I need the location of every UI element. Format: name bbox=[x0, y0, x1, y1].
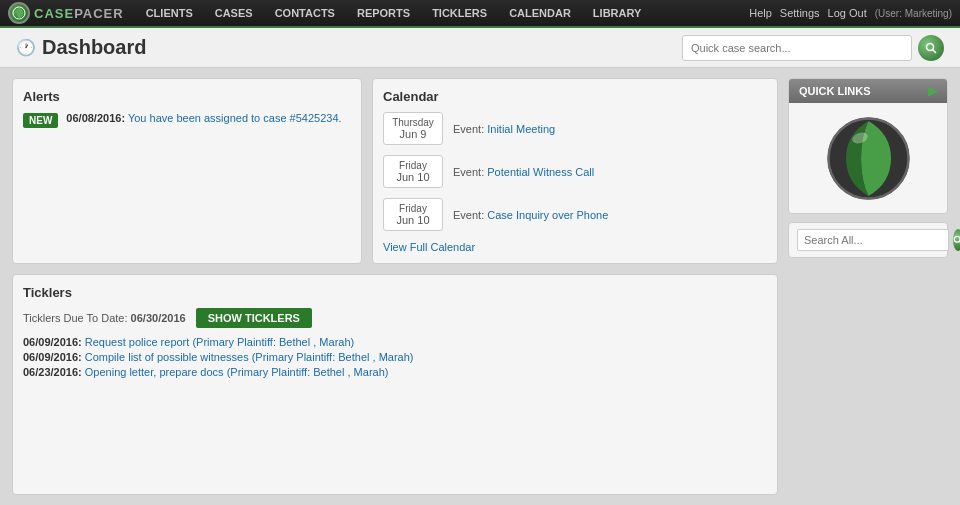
event-name-2[interactable]: Case Inquiry over Phone bbox=[487, 209, 608, 221]
calendar-event-1: Friday Jun 10 Event: Potential Witness C… bbox=[383, 155, 767, 188]
cal-date-2: Friday Jun 10 bbox=[383, 198, 443, 231]
due-date-label: Ticklers Due To Date: 06/30/2016 bbox=[23, 312, 186, 324]
view-full-calendar-link[interactable]: View Full Calendar bbox=[383, 241, 767, 253]
event-label-2: Event: bbox=[453, 209, 484, 221]
tickler-date-2: 06/23/2016: bbox=[23, 366, 82, 378]
sidebar-search-icon bbox=[953, 235, 960, 245]
nav-library[interactable]: LIBRARY bbox=[583, 3, 651, 23]
quick-links-arrow-icon[interactable]: ▶ bbox=[928, 84, 937, 98]
main-nav: CLIENTS CASES CONTACTS REPORTS TICKLERS … bbox=[136, 3, 750, 23]
tickler-header: Ticklers Due To Date: 06/30/2016 SHOW TI… bbox=[23, 308, 767, 328]
cal-event-text-1: Event: Potential Witness Call bbox=[453, 166, 594, 178]
subheader: 🕐 Dashboard bbox=[0, 28, 960, 68]
tickler-item-0: 06/09/2016: Request police report (Prima… bbox=[23, 336, 767, 348]
tickler-desc-0[interactable]: Request police report (Primary Plaintiff… bbox=[85, 336, 354, 348]
calendar-event-0: Thursday Jun 9 Event: Initial Meeting bbox=[383, 112, 767, 145]
quick-search-button[interactable] bbox=[918, 35, 944, 61]
tickler-item-2: 06/23/2016: Opening letter, prepare docs… bbox=[23, 366, 767, 378]
sidebar-search-area bbox=[788, 222, 948, 258]
nav-calendar[interactable]: CALENDAR bbox=[499, 3, 581, 23]
right-sidebar: QUICK LINKS ▶ bbox=[788, 78, 948, 495]
top-row: Alerts NEW 06/08/2016: You have been ass… bbox=[12, 78, 778, 264]
quick-links-header: QUICK LINKS ▶ bbox=[789, 79, 947, 103]
date-1: Jun 10 bbox=[392, 171, 434, 183]
logout-link[interactable]: Log Out bbox=[828, 7, 867, 19]
alerts-title: Alerts bbox=[23, 89, 351, 104]
calendar-event-2: Friday Jun 10 Event: Case Inquiry over P… bbox=[383, 198, 767, 231]
cal-event-text-0: Event: Initial Meeting bbox=[453, 123, 555, 135]
left-column: Alerts NEW 06/08/2016: You have been ass… bbox=[12, 78, 778, 495]
nav-clients[interactable]: CLIENTS bbox=[136, 3, 203, 23]
calendar-title: Calendar bbox=[383, 89, 767, 104]
cal-event-text-2: Event: Case Inquiry over Phone bbox=[453, 209, 608, 221]
tickler-item-1: 06/09/2016: Compile list of possible wit… bbox=[23, 351, 767, 363]
nav-cases[interactable]: CASES bbox=[205, 3, 263, 23]
topbar: CASEPACER CLIENTS CASES CONTACTS REPORTS… bbox=[0, 0, 960, 28]
alert-link[interactable]: You have been assigned to case #5425234. bbox=[128, 112, 342, 124]
tickler-date-1: 06/09/2016: bbox=[23, 351, 82, 363]
search-bar bbox=[682, 35, 944, 61]
logo-area: CASEPACER bbox=[8, 2, 124, 24]
day-name-0: Thursday bbox=[392, 117, 434, 128]
date-0: Jun 9 bbox=[392, 128, 434, 140]
cal-date-1: Friday Jun 10 bbox=[383, 155, 443, 188]
cal-date-0: Thursday Jun 9 bbox=[383, 112, 443, 145]
event-name-0[interactable]: Initial Meeting bbox=[487, 123, 555, 135]
main-content: Alerts NEW 06/08/2016: You have been ass… bbox=[0, 68, 960, 505]
svg-point-1 bbox=[927, 43, 934, 50]
nav-contacts[interactable]: CONTACTS bbox=[265, 3, 345, 23]
due-date-value: 06/30/2016 bbox=[131, 312, 186, 324]
casepacer-logo-large bbox=[826, 116, 911, 201]
quick-links-box: QUICK LINKS ▶ bbox=[788, 78, 948, 214]
alert-row: NEW 06/08/2016: You have been assigned t… bbox=[23, 112, 351, 128]
alert-text: 06/08/2016: You have been assigned to ca… bbox=[66, 112, 341, 124]
logo-large-container bbox=[789, 103, 947, 213]
search-icon bbox=[925, 42, 937, 54]
sidebar-search-input[interactable] bbox=[797, 229, 949, 251]
calendar-panel: Calendar Thursday Jun 9 Event: Initial M… bbox=[372, 78, 778, 264]
day-name-2: Friday bbox=[392, 203, 434, 214]
event-label-0: Event: bbox=[453, 123, 484, 135]
svg-point-6 bbox=[954, 236, 960, 242]
nav-ticklers[interactable]: TICKLERS bbox=[422, 3, 497, 23]
show-ticklers-button[interactable]: SHOW TICKLERS bbox=[196, 308, 312, 328]
alerts-panel: Alerts NEW 06/08/2016: You have been ass… bbox=[12, 78, 362, 264]
nav-reports[interactable]: REPORTS bbox=[347, 3, 420, 23]
tickler-desc-1[interactable]: Compile list of possible witnesses (Prim… bbox=[85, 351, 414, 363]
clock-icon: 🕐 bbox=[16, 38, 36, 57]
event-label-1: Event: bbox=[453, 166, 484, 178]
alert-date: 06/08/2016: bbox=[66, 112, 125, 124]
sidebar-search-button[interactable] bbox=[953, 229, 960, 251]
top-right-links: Help Settings Log Out (User: Marketing) bbox=[749, 7, 952, 19]
svg-line-2 bbox=[933, 49, 937, 53]
quick-links-title: QUICK LINKS bbox=[799, 85, 871, 97]
tickler-date-0: 06/09/2016: bbox=[23, 336, 82, 348]
tickler-desc-2[interactable]: Opening letter, prepare docs (Primary Pl… bbox=[85, 366, 389, 378]
logo-text: CASEPACER bbox=[34, 6, 124, 21]
help-link[interactable]: Help bbox=[749, 7, 772, 19]
settings-link[interactable]: Settings bbox=[780, 7, 820, 19]
day-name-1: Friday bbox=[392, 160, 434, 171]
ticklers-title: Ticklers bbox=[23, 285, 767, 300]
ticklers-panel: Ticklers Ticklers Due To Date: 06/30/201… bbox=[12, 274, 778, 495]
quick-search-input[interactable] bbox=[682, 35, 912, 61]
user-info: (User: Marketing) bbox=[875, 8, 952, 19]
logo-icon bbox=[8, 2, 30, 24]
new-badge: NEW bbox=[23, 113, 58, 128]
page-title: Dashboard bbox=[42, 36, 682, 59]
event-name-1[interactable]: Potential Witness Call bbox=[487, 166, 594, 178]
date-2: Jun 10 bbox=[392, 214, 434, 226]
